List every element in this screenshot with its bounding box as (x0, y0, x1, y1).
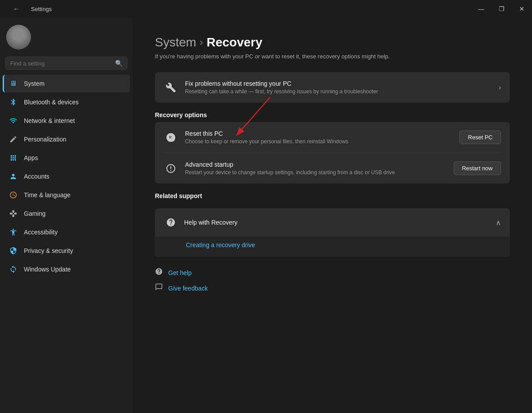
fix-problems-title: Fix problems without resetting your PC (185, 80, 492, 87)
sidebar-item-label: Bluetooth & devices (24, 99, 79, 106)
sidebar-item-label: Network & internet (24, 117, 75, 124)
get-help-label: Get help (168, 269, 192, 276)
reset-pc-row[interactable]: Reset this PC Choose to keep or remove y… (155, 122, 510, 153)
sidebar-item-privacy[interactable]: Privacy & security (3, 242, 130, 260)
fix-problems-card: Fix problems without resetting your PC R… (155, 72, 510, 103)
reset-pc-desc: Choose to keep or remove your personal f… (185, 138, 452, 145)
sidebar-item-personalization[interactable]: Personalization (3, 130, 130, 148)
help-recovery-icon (164, 215, 178, 229)
recovery-options-label: Recovery options (155, 111, 510, 119)
reset-pc-button[interactable]: Reset PC (459, 130, 501, 144)
avatar-area (0, 18, 133, 54)
reset-pc-icon (164, 130, 178, 145)
sidebar-item-label: System (24, 80, 45, 87)
reset-pc-text: Reset this PC Choose to keep or remove y… (185, 130, 452, 145)
search-box[interactable]: 🔍 (5, 57, 127, 70)
gaming-icon (9, 209, 18, 218)
avatar (6, 25, 31, 50)
privacy-icon (9, 246, 18, 255)
fix-problems-row[interactable]: Fix problems without resetting your PC R… (155, 72, 510, 103)
sidebar: 🔍 🖥 System Bluetooth & devices Network &… (0, 18, 133, 413)
advanced-startup-title: Advanced startup (185, 161, 447, 168)
maximize-button[interactable]: ❐ (491, 2, 512, 16)
sidebar-item-label: Accessibility (24, 229, 58, 236)
sidebar-item-label: Time & language (24, 191, 70, 199)
related-support-label: Related support (155, 192, 510, 199)
sidebar-item-apps[interactable]: Apps (3, 149, 130, 167)
bluetooth-icon (9, 98, 18, 107)
breadcrumb-parent: System (155, 35, 196, 50)
minimize-button[interactable]: — (471, 2, 491, 16)
system-icon: 🖥 (9, 79, 18, 88)
help-recovery-left: Help with Recovery (164, 215, 238, 229)
accessibility-icon (9, 228, 18, 237)
sidebar-item-network[interactable]: Network & internet (3, 112, 130, 130)
breadcrumb-sep: › (200, 37, 203, 48)
give-feedback-link[interactable]: Give feedback (155, 283, 510, 293)
personalization-icon (9, 135, 18, 144)
fix-problems-desc: Resetting can take a while — first, try … (185, 88, 492, 95)
accounts-icon (9, 172, 18, 181)
advanced-startup-text: Advanced startup Restart your device to … (185, 161, 447, 176)
page-header: System › Recovery If you're having probl… (155, 35, 510, 60)
app-body: 🔍 🖥 System Bluetooth & devices Network &… (0, 18, 532, 413)
titlebar: ← Settings — ❐ ✕ (0, 0, 532, 18)
give-feedback-icon (155, 283, 163, 293)
titlebar-controls: — ❐ ✕ (471, 2, 532, 16)
sidebar-item-accessibility[interactable]: Accessibility (3, 223, 130, 241)
fix-problems-chevron: › (499, 84, 501, 92)
titlebar-left: ← Settings (6, 2, 52, 16)
sidebar-item-time[interactable]: Time & language (3, 186, 130, 204)
search-area: 🔍 (0, 54, 133, 74)
sidebar-item-system[interactable]: 🖥 System (3, 75, 130, 92)
content-area: System › Recovery If you're having probl… (133, 18, 532, 413)
search-input[interactable] (10, 60, 112, 67)
fix-problems-icon (164, 80, 178, 95)
sidebar-item-label: Personalization (24, 136, 66, 143)
help-recovery-header[interactable]: Help with Recovery ∧ (155, 208, 510, 237)
recovery-options-card: Reset this PC Choose to keep or remove y… (155, 122, 510, 184)
page-subtitle: If you're having problems with your PC o… (155, 53, 510, 60)
update-icon (9, 265, 18, 274)
back-button[interactable]: ← (6, 2, 27, 16)
bottom-links: Get help Give feedback (155, 268, 510, 293)
give-feedback-label: Give feedback (168, 285, 208, 292)
sidebar-item-label: Privacy & security (24, 247, 73, 254)
network-icon (9, 116, 18, 125)
reset-pc-title: Reset this PC (185, 130, 452, 137)
recovery-drive-link[interactable]: Creating a recovery drive (186, 241, 255, 249)
sidebar-item-update[interactable]: Windows Update (3, 260, 130, 278)
sidebar-item-label: Gaming (24, 210, 46, 217)
support-body: Creating a recovery drive (155, 237, 510, 257)
advanced-startup-icon (164, 161, 178, 176)
sidebar-item-label: Windows Update (24, 266, 71, 273)
related-support-card: Help with Recovery ∧ Creating a recovery… (155, 208, 510, 257)
breadcrumb: System › Recovery (155, 35, 510, 50)
sidebar-item-label: Apps (24, 154, 38, 161)
help-recovery-title: Help with Recovery (184, 219, 238, 226)
sidebar-item-gaming[interactable]: Gaming (3, 205, 130, 222)
search-icon: 🔍 (115, 60, 123, 67)
sidebar-item-accounts[interactable]: Accounts (3, 168, 130, 185)
sidebar-item-label: Accounts (24, 173, 50, 180)
fix-problems-text: Fix problems without resetting your PC R… (185, 80, 492, 95)
help-recovery-chevron: ∧ (496, 218, 501, 227)
get-help-link[interactable]: Get help (155, 268, 510, 278)
time-icon (9, 191, 18, 199)
get-help-icon (155, 268, 163, 278)
advanced-startup-row[interactable]: Advanced startup Restart your device to … (155, 153, 510, 184)
advanced-startup-desc: Restart your device to change startup se… (185, 169, 447, 176)
page-title: Recovery (207, 35, 262, 50)
sidebar-item-bluetooth[interactable]: Bluetooth & devices (3, 93, 130, 111)
apps-icon (9, 153, 18, 162)
titlebar-title: Settings (31, 6, 52, 12)
close-button[interactable]: ✕ (512, 2, 532, 16)
restart-now-button[interactable]: Restart now (454, 161, 501, 175)
